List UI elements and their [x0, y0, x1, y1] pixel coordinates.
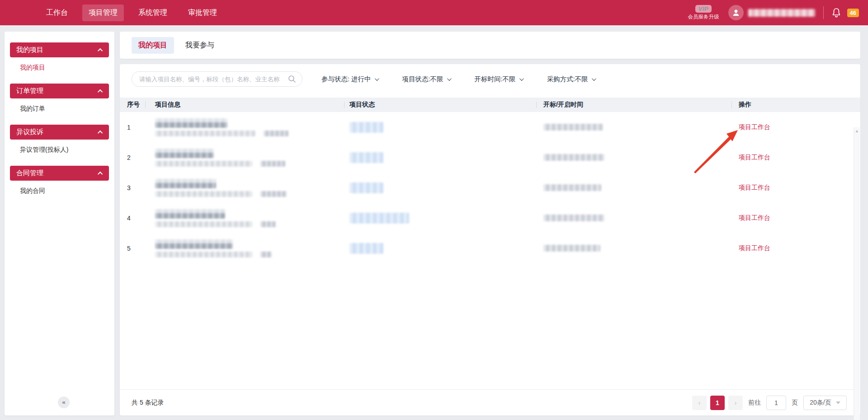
- chevron-down-icon: [447, 76, 452, 81]
- user-menu[interactable]: [728, 5, 815, 20]
- sidebar-section-objection-complaint[interactable]: 异议投诉: [10, 125, 109, 140]
- project-workspace-link[interactable]: 项目工作台: [739, 184, 770, 192]
- main-nav: 工作台 项目管理 系统管理 审批管理: [40, 5, 223, 21]
- opening-time-redacted: [536, 215, 731, 221]
- page-label: 页: [792, 399, 798, 407]
- filter-project-status[interactable]: 项目状态:不限: [402, 75, 450, 84]
- notification-count-badge[interactable]: 46: [847, 9, 859, 17]
- row-number: 5: [127, 245, 145, 252]
- nav-item-workbench[interactable]: 工作台: [40, 5, 74, 21]
- scroll-up-icon[interactable]: ▲: [855, 129, 859, 133]
- row-number: 4: [127, 215, 145, 222]
- sidebar-item-my-contracts[interactable]: 我的合同: [5, 181, 114, 201]
- tab-my-projects[interactable]: 我的项目: [132, 37, 174, 54]
- sidebar-collapse-button[interactable]: «: [58, 397, 70, 408]
- filter-participation-status[interactable]: 参与状态: 进行中: [321, 75, 378, 84]
- sidebar-item-my-projects[interactable]: 我的项目: [5, 57, 114, 78]
- table-row: 5 项目工作台: [127, 233, 860, 263]
- project-status-redacted: [344, 182, 536, 193]
- nav-item-system-management[interactable]: 系统管理: [132, 5, 174, 21]
- table-footer: 共 5 条记录 ‹ 1 › 前往 页 20条/页: [120, 389, 860, 415]
- pagination: ‹ 1 › 前往 页 20条/页: [692, 396, 847, 410]
- table-row: 2 项目工作台: [127, 142, 860, 173]
- opening-time-redacted: [536, 245, 731, 252]
- section-title: 我的项目: [16, 46, 43, 54]
- opening-time-redacted: [536, 154, 731, 161]
- avatar: [728, 5, 744, 20]
- next-page-button[interactable]: ›: [728, 396, 743, 410]
- chevron-up-icon: [98, 171, 103, 176]
- opening-time-redacted: [536, 124, 731, 131]
- vip-upgrade[interactable]: VIP 会员服务升级: [688, 5, 719, 20]
- column-header-no: 序号: [127, 98, 145, 112]
- project-workspace-link[interactable]: 项目工作台: [739, 214, 770, 222]
- project-workspace-link[interactable]: 项目工作台: [739, 244, 770, 252]
- navbar-divider: [823, 6, 824, 19]
- table-header: 序号 项目信息 项目状态 开标/开启时间 操作: [120, 98, 860, 112]
- goto-label: 前往: [748, 399, 761, 407]
- opening-time-redacted: [536, 184, 731, 191]
- section-title: 订单管理: [16, 87, 43, 95]
- project-workspace-link[interactable]: 项目工作台: [739, 123, 770, 131]
- page: 工作台 项目管理 系统管理 审批管理 VIP 会员服务升级: [0, 0, 868, 420]
- sidebar-section-contract-management[interactable]: 合同管理: [10, 166, 109, 181]
- project-info-redacted: [145, 179, 344, 197]
- prev-page-button[interactable]: ‹: [692, 396, 707, 410]
- chevron-down-icon: [519, 76, 524, 81]
- table-body: 1 项目工作台 2 项目: [120, 112, 860, 263]
- sidebar: 我的项目 我的项目 订单管理 我的订单 异议投诉 异议管理(投标人) 合同管理 …: [5, 32, 114, 415]
- current-page-button[interactable]: 1: [710, 396, 725, 410]
- search-input[interactable]: [132, 71, 302, 87]
- project-info-redacted: [145, 149, 344, 167]
- project-status-redacted: [344, 213, 536, 224]
- sidebar-section-my-projects[interactable]: 我的项目: [10, 42, 109, 57]
- page-size-select[interactable]: 20条/页: [803, 396, 847, 410]
- total-records: 共 5 条记录: [132, 399, 164, 407]
- chevron-down-icon: [592, 76, 596, 81]
- filter-label: 采购方式:不限: [547, 75, 588, 84]
- scrollbar[interactable]: ▲ ▼: [854, 127, 860, 420]
- filter-procurement-method[interactable]: 采购方式:不限: [547, 75, 595, 84]
- goto-page-input[interactable]: [766, 396, 786, 410]
- caret-down-icon: [836, 401, 840, 404]
- project-status-redacted: [344, 152, 536, 163]
- section-title: 合同管理: [16, 169, 43, 177]
- table-row: 4 项目工作台: [127, 203, 860, 233]
- column-header-project-status: 项目状态: [344, 98, 536, 112]
- section-title: 异议投诉: [16, 128, 43, 136]
- sidebar-section-order-management[interactable]: 订单管理: [10, 84, 109, 98]
- filter-label: 参与状态: 进行中: [321, 75, 371, 84]
- project-info-redacted: [145, 118, 344, 136]
- filter-bar: 参与状态: 进行中 项目状态:不限 开标时间:不限 采购方式:不限: [321, 75, 595, 84]
- column-header-opening-time: 开标/开启时间: [536, 98, 731, 112]
- vip-caption: 会员服务升级: [688, 14, 719, 20]
- nav-item-approval-management[interactable]: 审批管理: [182, 5, 223, 21]
- sidebar-item-my-orders[interactable]: 我的订单: [5, 98, 114, 119]
- table-row: 3 项目工作台: [127, 173, 860, 203]
- tabs-bar: 我的项目 我要参与: [120, 32, 860, 59]
- sidebar-item-objection-management[interactable]: 异议管理(投标人): [5, 140, 114, 160]
- person-icon: [731, 8, 741, 17]
- project-info-redacted: [145, 239, 344, 257]
- page-size-value: 20条/页: [810, 399, 831, 407]
- tab-want-to-participate[interactable]: 我要参与: [179, 37, 221, 54]
- row-number: 1: [127, 124, 145, 131]
- project-workspace-link[interactable]: 项目工作台: [739, 154, 770, 162]
- nav-item-project-management[interactable]: 项目管理: [82, 5, 124, 21]
- column-header-project-info: 项目信息: [145, 98, 344, 112]
- chevron-up-icon: [98, 48, 103, 53]
- chevron-up-icon: [98, 89, 103, 94]
- search-icon[interactable]: [288, 75, 296, 85]
- chevron-down-icon: [375, 76, 379, 81]
- project-status-redacted: [344, 243, 536, 254]
- column-header-action: 操作: [731, 98, 860, 112]
- vip-icon: VIP: [695, 5, 712, 13]
- chevron-up-icon: [98, 130, 103, 135]
- project-info-redacted: [145, 209, 344, 227]
- row-number: 2: [127, 154, 145, 161]
- filter-bid-opening-time[interactable]: 开标时间:不限: [475, 75, 523, 84]
- navbar-right: VIP 会员服务升级 46: [688, 5, 859, 20]
- notification-bell-icon[interactable]: [832, 8, 841, 18]
- project-status-redacted: [344, 122, 536, 133]
- table-row: 1 项目工作台: [127, 112, 860, 142]
